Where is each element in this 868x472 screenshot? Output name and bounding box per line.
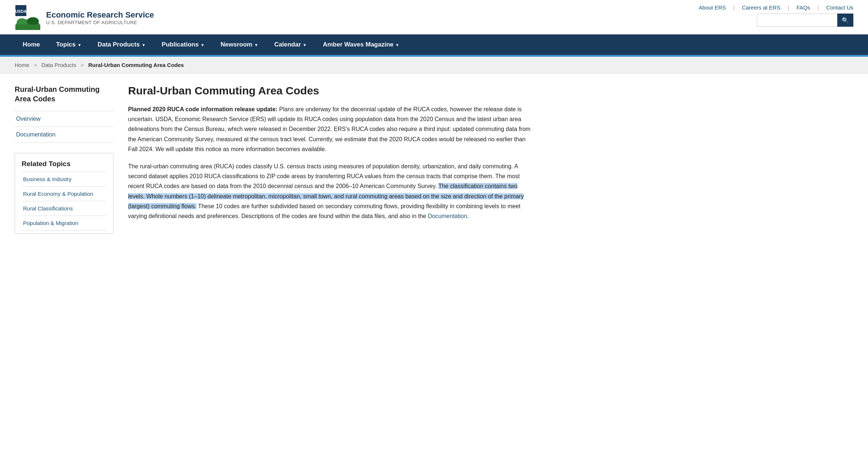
breadcrumb-home[interactable]: Home [15, 62, 29, 68]
breadcrumb-sep: > [34, 62, 37, 68]
chevron-down-icon: ▼ [303, 43, 307, 47]
breadcrumb-sep: > [81, 62, 84, 68]
contact-link[interactable]: Contact Us [826, 4, 853, 11]
nav-newsroom[interactable]: Newsroom ▼ [213, 34, 266, 55]
article: Rural-Urban Commuting Area Codes Planned… [124, 85, 534, 234]
link-divider: | [787, 4, 789, 11]
article-title: Rural-Urban Commuting Area Codes [128, 85, 534, 97]
chevron-down-icon: ▼ [395, 43, 399, 47]
top-right: About ERS | Careers at ERS | FAQs | Cont… [699, 4, 853, 27]
chevron-down-icon: ▼ [142, 43, 146, 47]
nav-data-products[interactable]: Data Products ▼ [90, 34, 154, 55]
link-divider: | [818, 4, 819, 11]
svg-text:USDA: USDA [15, 9, 26, 14]
list-item: Rural Economy & Population [22, 186, 106, 201]
list-item: Documentation [15, 127, 113, 143]
search-icon: 🔍 [842, 17, 849, 24]
list-item: Overview [15, 111, 113, 127]
chevron-down-icon: ▼ [78, 43, 82, 47]
article-paragraph-2: The rural-urban commuting area (RUCA) co… [128, 161, 534, 221]
breadcrumb-current: Rural-Urban Commuting Area Codes [88, 62, 184, 68]
documentation-link[interactable]: Documentation [428, 213, 467, 219]
faqs-link[interactable]: FAQs [796, 4, 810, 11]
related-rural-economy[interactable]: Rural Economy & Population [22, 187, 106, 201]
top-links: About ERS | Careers at ERS | FAQs | Cont… [699, 4, 853, 11]
nav-home[interactable]: Home [15, 34, 48, 55]
article-paragraph-1: Planned 2020 RUCA code information relea… [128, 104, 534, 154]
svg-point-5 [27, 17, 39, 25]
related-topics-heading: Related Topics [22, 160, 106, 168]
trailing-period: . [467, 213, 469, 219]
search-bar: 🔍 [757, 14, 853, 27]
sidebar-nav: Overview Documentation [15, 111, 113, 143]
breadcrumb-data-products[interactable]: Data Products [41, 62, 76, 68]
sidebar: Rural-Urban Commuting Area Codes Overvie… [15, 85, 124, 234]
related-topics-box: Related Topics Business & Industry Rural… [15, 153, 113, 234]
nav-calendar[interactable]: Calendar ▼ [266, 34, 315, 55]
careers-link[interactable]: Careers at ERS [742, 4, 780, 11]
list-item: Rural Classifications [22, 201, 106, 216]
main-content: Rural-Urban Commuting Area Codes Overvie… [0, 74, 549, 245]
list-item: Business & Industry [22, 172, 106, 186]
related-business-industry[interactable]: Business & Industry [22, 172, 106, 186]
nav-publications[interactable]: Publications ▼ [154, 34, 213, 55]
usda-logo: USDA [15, 4, 41, 31]
sidebar-documentation-link[interactable]: Documentation [15, 127, 113, 142]
svg-rect-6 [15, 25, 40, 30]
logo-area: USDA Economic Research Service U.S. DEPA… [15, 4, 154, 31]
related-population-migration[interactable]: Population & Migration [22, 216, 106, 230]
link-divider: | [733, 4, 735, 11]
related-rural-classifications[interactable]: Rural Classifications [22, 201, 106, 216]
paragraph-1-text: Plans are underway for the decennial upd… [128, 106, 531, 152]
list-item: Population & Migration [22, 216, 106, 231]
bold-label: Planned 2020 RUCA code information relea… [128, 106, 277, 112]
sidebar-overview-link[interactable]: Overview [15, 111, 113, 127]
related-topics-list: Business & Industry Rural Economy & Popu… [22, 172, 106, 231]
ers-title: Economic Research Service [46, 10, 154, 20]
about-ers-link[interactable]: About ERS [699, 4, 726, 11]
main-nav: Home Topics ▼ Data Products ▼ Publicatio… [0, 34, 868, 55]
agency-name: Economic Research Service U.S. DEPARTMEN… [46, 10, 154, 25]
nav-topics[interactable]: Topics ▼ [48, 34, 89, 55]
chevron-down-icon: ▼ [201, 43, 205, 47]
search-button[interactable]: 🔍 [837, 14, 853, 27]
breadcrumb: Home > Data Products > Rural-Urban Commu… [0, 57, 868, 74]
dept-name: U.S. DEPARTMENT OF AGRICULTURE [46, 20, 154, 25]
nav-amber-waves[interactable]: Amber Waves Magazine ▼ [315, 34, 407, 55]
sidebar-title: Rural-Urban Commuting Area Codes [15, 85, 113, 104]
chevron-down-icon: ▼ [254, 43, 258, 47]
search-input[interactable] [757, 14, 837, 27]
top-header: USDA Economic Research Service U.S. DEPA… [0, 0, 868, 34]
